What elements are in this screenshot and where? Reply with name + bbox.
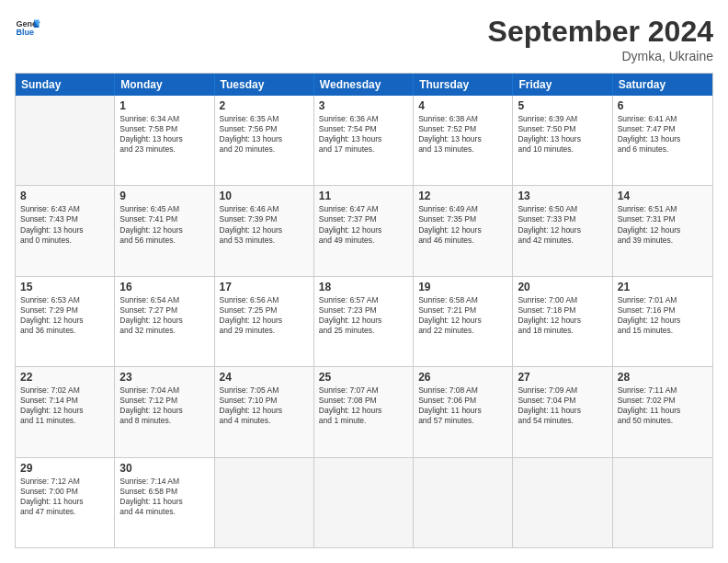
day-number: 3	[319, 99, 408, 112]
calendar-cell-r1c4: 12Sunrise: 6:49 AMSunset: 7:35 PMDayligh…	[414, 186, 513, 275]
day-number: 24	[220, 371, 309, 384]
cell-info-line: Daylight: 13 hours	[319, 134, 408, 144]
cell-info-line: Daylight: 13 hours	[220, 134, 309, 144]
day-number: 16	[119, 281, 209, 293]
calendar-cell-r4c3	[314, 458, 414, 547]
month-title: September 2024	[488, 15, 713, 49]
cell-info-line: Sunrise: 6:38 AM	[418, 114, 507, 124]
cell-info-line: Sunset: 7:43 PM	[20, 214, 109, 224]
calendar-cell-r2c1: 16Sunrise: 6:54 AMSunset: 7:27 PMDayligh…	[115, 277, 214, 366]
cell-info-line: Sunrise: 6:53 AM	[20, 295, 109, 305]
cell-info-line: Daylight: 12 hours	[618, 225, 708, 236]
day-number: 15	[20, 281, 109, 293]
cell-info-line: Sunrise: 6:58 AM	[418, 295, 507, 305]
cell-info-line: and 6 minutes.	[618, 144, 708, 155]
cell-info-line: and 44 minutes.	[119, 507, 209, 517]
calendar-cell-r4c2	[215, 458, 314, 547]
cell-info-line: and 42 minutes.	[518, 236, 607, 246]
calendar-cell-r3c3: 25Sunrise: 7:07 AMSunset: 7:08 PMDayligh…	[314, 367, 414, 456]
logo: General Blue	[15, 15, 40, 40]
cell-info-line: Daylight: 13 hours	[418, 134, 507, 144]
cell-info-line: Sunset: 7:39 PM	[220, 214, 309, 224]
calendar: SundayMondayTuesdayWednesdayThursdayFrid…	[15, 73, 713, 548]
cell-info-line: and 36 minutes.	[20, 326, 109, 336]
location-subtitle: Dymka, Ukraine	[488, 49, 713, 63]
cell-info-line: Sunrise: 7:11 AM	[618, 385, 708, 396]
cell-info-line: Sunrise: 7:08 AM	[418, 385, 507, 396]
cell-info-line: Daylight: 11 hours	[20, 497, 109, 507]
cell-info-line: Sunrise: 7:07 AM	[319, 385, 408, 396]
day-number: 27	[518, 371, 607, 384]
cell-info-line: Sunrise: 6:56 AM	[220, 295, 309, 305]
calendar-cell-r1c0: 8Sunrise: 6:43 AMSunset: 7:43 PMDaylight…	[16, 186, 115, 275]
calendar-cell-r0c4: 4Sunrise: 6:38 AMSunset: 7:52 PMDaylight…	[414, 96, 513, 185]
cell-info-line: Sunrise: 6:47 AM	[319, 204, 408, 214]
cell-info-line: Sunset: 7:14 PM	[20, 396, 109, 406]
cell-info-line: and 49 minutes.	[319, 236, 408, 246]
cell-info-line: Sunset: 7:02 PM	[618, 396, 708, 406]
cell-info-line: Sunset: 7:06 PM	[418, 396, 507, 406]
cell-info-line: Sunrise: 7:05 AM	[220, 385, 309, 396]
cell-info-line: and 56 minutes.	[119, 236, 209, 246]
weekday-header-monday: Monday	[115, 74, 214, 96]
cell-info-line: and 39 minutes.	[618, 236, 708, 246]
calendar-cell-r4c5	[513, 458, 612, 547]
cell-info-line: and 25 minutes.	[319, 326, 408, 336]
cell-info-line: Daylight: 12 hours	[319, 225, 408, 236]
cell-info-line: Sunset: 7:41 PM	[119, 214, 209, 224]
cell-info-line: Sunset: 7:00 PM	[20, 487, 109, 497]
cell-info-line: Daylight: 12 hours	[220, 225, 309, 236]
day-number: 4	[418, 99, 507, 112]
cell-info-line: Sunset: 7:10 PM	[220, 396, 309, 406]
cell-info-line: Sunset: 7:58 PM	[119, 124, 209, 134]
day-number: 14	[618, 190, 708, 202]
day-number: 12	[418, 190, 507, 202]
cell-info-line: Daylight: 12 hours	[418, 316, 507, 326]
calendar-cell-r1c3: 11Sunrise: 6:47 AMSunset: 7:37 PMDayligh…	[314, 186, 414, 275]
calendar-header: SundayMondayTuesdayWednesdayThursdayFrid…	[16, 74, 712, 96]
day-number: 21	[618, 281, 708, 293]
cell-info-line: Sunset: 7:18 PM	[518, 305, 607, 316]
cell-info-line: and 47 minutes.	[20, 507, 109, 517]
cell-info-line: Sunrise: 6:41 AM	[618, 114, 708, 124]
weekday-header-sunday: Sunday	[16, 74, 115, 96]
calendar-cell-r0c3: 3Sunrise: 6:36 AMSunset: 7:54 PMDaylight…	[314, 96, 414, 185]
cell-info-line: Sunrise: 6:50 AM	[518, 204, 607, 214]
logo-icon: General Blue	[15, 15, 40, 40]
cell-info-line: Sunset: 7:08 PM	[319, 396, 408, 406]
cell-info-line: Sunset: 7:50 PM	[518, 124, 607, 134]
day-number: 25	[319, 371, 408, 384]
day-number: 23	[119, 371, 209, 384]
cell-info-line: Sunset: 7:35 PM	[418, 214, 507, 224]
calendar-cell-r3c6: 28Sunrise: 7:11 AMSunset: 7:02 PMDayligh…	[613, 367, 712, 456]
calendar-row-3: 22Sunrise: 7:02 AMSunset: 7:14 PMDayligh…	[16, 367, 712, 457]
cell-info-line: and 1 minute.	[319, 416, 408, 426]
day-number: 20	[518, 281, 607, 293]
cell-info-line: Sunset: 7:23 PM	[319, 305, 408, 316]
calendar-cell-r0c2: 2Sunrise: 6:35 AMSunset: 7:56 PMDaylight…	[215, 96, 314, 185]
cell-info-line: Sunrise: 7:00 AM	[518, 295, 607, 305]
day-number: 19	[418, 281, 507, 293]
cell-info-line: Sunset: 7:56 PM	[220, 124, 309, 134]
day-number: 6	[618, 99, 708, 112]
cell-info-line: Daylight: 12 hours	[518, 225, 607, 236]
day-number: 9	[119, 190, 209, 202]
calendar-row-2: 15Sunrise: 6:53 AMSunset: 7:29 PMDayligh…	[16, 277, 712, 367]
cell-info-line: Daylight: 12 hours	[418, 225, 507, 236]
cell-info-line: Sunset: 7:29 PM	[20, 305, 109, 316]
cell-info-line: Sunset: 7:04 PM	[518, 396, 607, 406]
cell-info-line: Sunrise: 6:43 AM	[20, 204, 109, 214]
day-number: 17	[220, 281, 309, 293]
day-number: 22	[20, 371, 109, 384]
calendar-cell-r3c4: 26Sunrise: 7:08 AMSunset: 7:06 PMDayligh…	[414, 367, 513, 456]
calendar-cell-r3c0: 22Sunrise: 7:02 AMSunset: 7:14 PMDayligh…	[16, 367, 115, 456]
cell-info-line: Sunrise: 6:54 AM	[119, 295, 209, 305]
weekday-header-friday: Friday	[513, 74, 612, 96]
cell-info-line: Daylight: 11 hours	[418, 406, 507, 416]
cell-info-line: Sunset: 7:54 PM	[319, 124, 408, 134]
calendar-cell-r1c1: 9Sunrise: 6:45 AMSunset: 7:41 PMDaylight…	[115, 186, 214, 275]
cell-info-line: Daylight: 12 hours	[20, 316, 109, 326]
page: General Blue September 2024 Dymka, Ukrai…	[0, 0, 728, 563]
day-number: 1	[119, 99, 209, 112]
day-number: 5	[518, 99, 607, 112]
